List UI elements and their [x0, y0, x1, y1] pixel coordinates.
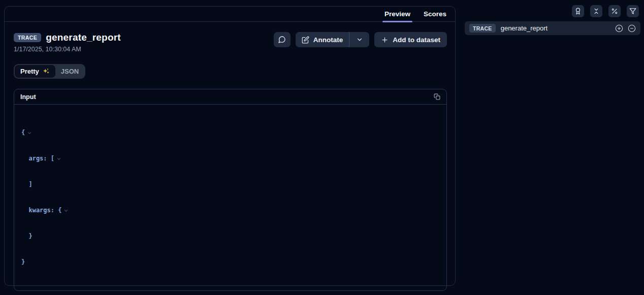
- sidebar-toolbar: [572, 5, 639, 17]
- trace-header-left: TRACE generate_report 1/17/2025, 10:30:0…: [14, 32, 121, 53]
- code-line: kwargs: {: [21, 206, 439, 215]
- tab-scores[interactable]: Scores: [417, 7, 453, 21]
- copy-icon[interactable]: [434, 93, 440, 100]
- trace-type-badge: TRACE: [469, 24, 496, 32]
- percent-icon: [611, 8, 618, 15]
- input-section: Input { args: [ ] kwargs: { } }: [14, 89, 447, 291]
- code-text: {: [21, 128, 25, 137]
- trace-actions: Annotate Add to dataset: [274, 32, 447, 47]
- view-mode-toggle: Pretty JSON: [14, 64, 85, 79]
- trace-tree-title: generate_report: [501, 24, 610, 32]
- collapse-vertical-icon: [593, 8, 600, 15]
- plus-circle-icon: [615, 24, 623, 32]
- annotate-button[interactable]: Annotate: [296, 32, 349, 47]
- trace-tree-row[interactable]: TRACE generate_report: [465, 21, 640, 35]
- collapse-all-button[interactable]: [628, 24, 636, 32]
- code-line: {: [21, 128, 439, 137]
- add-to-dataset-label: Add to dataset: [393, 36, 440, 44]
- trace-title: generate_report: [46, 32, 121, 43]
- code-line: }: [21, 232, 439, 241]
- tabs-row: Preview Scores: [5, 7, 455, 22]
- tab-preview[interactable]: Preview: [378, 7, 417, 21]
- pretty-label: Pretty: [20, 68, 39, 75]
- chevron-down-icon: [356, 36, 363, 43]
- annotate-split-button: Annotate: [296, 32, 370, 47]
- trace-detail-panel: Preview Scores TRACE generate_report 1/1…: [4, 6, 456, 286]
- award-button[interactable]: [572, 5, 584, 17]
- sparkles-icon: [42, 68, 50, 75]
- code-text: }: [21, 232, 33, 241]
- comment-button[interactable]: [274, 32, 291, 47]
- comment-icon: [278, 36, 286, 44]
- code-text: kwargs: {: [21, 206, 61, 215]
- toggle-pretty[interactable]: Pretty: [15, 65, 55, 78]
- plus-icon: [381, 36, 389, 44]
- input-section-title: Input: [20, 93, 36, 101]
- trace-timestamp: 1/17/2025, 10:30:04 AM: [14, 46, 121, 53]
- expand-all-button[interactable]: [615, 24, 623, 32]
- panel-body: TRACE generate_report 1/17/2025, 10:30:0…: [5, 22, 455, 295]
- code-text: args: [: [21, 154, 54, 163]
- code-text: }: [21, 258, 25, 267]
- chevron-down-icon[interactable]: [27, 130, 32, 136]
- minus-circle-icon: [628, 24, 636, 32]
- edit-pen-icon: [302, 36, 309, 44]
- award-icon: [574, 8, 582, 15]
- chevron-down-icon[interactable]: [63, 208, 69, 213]
- json-label: JSON: [61, 68, 79, 75]
- add-to-dataset-button[interactable]: Add to dataset: [374, 32, 447, 47]
- filter-button[interactable]: [627, 5, 639, 17]
- code-line: }: [21, 258, 439, 267]
- input-json-tree: { args: [ ] kwargs: { } }: [14, 105, 446, 290]
- trace-header-row: TRACE generate_report 1/17/2025, 10:30:0…: [14, 32, 447, 53]
- annotate-dropdown-button[interactable]: [349, 32, 369, 47]
- code-line: ]: [21, 180, 439, 189]
- code-line: args: [: [21, 154, 439, 163]
- trace-type-badge: TRACE: [14, 33, 41, 42]
- percent-button[interactable]: [608, 5, 621, 17]
- code-text: ]: [21, 180, 33, 189]
- collapse-vertical-button[interactable]: [590, 5, 602, 17]
- annotate-label: Annotate: [313, 36, 343, 44]
- chevron-down-icon[interactable]: [56, 156, 61, 161]
- toggle-json[interactable]: JSON: [55, 65, 84, 78]
- filter-icon: [629, 8, 636, 15]
